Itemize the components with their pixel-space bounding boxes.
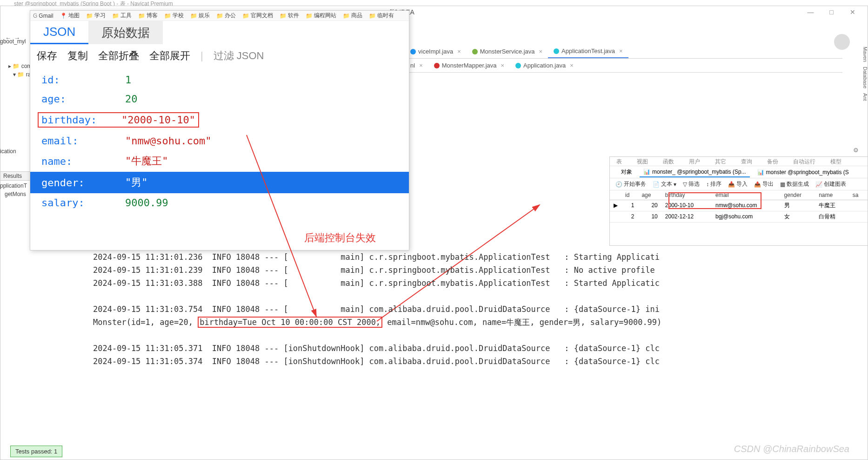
bookmark-item[interactable]: 📁 学校 [164, 12, 184, 20]
editor-tabs-row1: viceImpl.java×MonsterService.java×Applic… [405, 45, 842, 59]
bookmark-item[interactable]: 📁 商品 [343, 12, 362, 20]
navicat-menu-item[interactable]: 查询 [741, 158, 752, 165]
console-line: 2024-09-15 11:31:03.754 INFO 18048 --- [… [93, 303, 859, 316]
bookmark-item[interactable]: 📁 办公 [216, 12, 236, 20]
close-icon[interactable]: × [539, 48, 543, 55]
navicat-menu-item[interactable]: 模型 [830, 158, 841, 165]
json-body: id:1age:20birthday:"2000-10-10"email:"nm… [30, 68, 409, 215]
annotation-backend-console-ineffective: 后端控制台失效 [304, 231, 376, 245]
bookmark-item[interactable]: G Gmail [33, 13, 53, 19]
console-line: 2024-09-15 11:31:05.371 INFO 18048 --- [… [93, 342, 859, 355]
tool-ant[interactable]: Ant [853, 91, 868, 103]
window-close-button[interactable]: ✕ [842, 8, 863, 16]
settings-gear-icon[interactable]: ⚙ [853, 147, 859, 154]
test-results-label[interactable]: Results [0, 171, 30, 181]
editor-tab[interactable]: viceImpl.java× [405, 45, 467, 58]
navicat-menu-item[interactable]: 视图 [637, 158, 648, 165]
console-line: 2024-09-15 11:31:01.236 INFO 18048 --- [… [93, 250, 859, 264]
column-header[interactable]: name [815, 190, 849, 200]
bookmark-item[interactable]: 📍 地图 [60, 12, 80, 20]
editor-tab[interactable]: MonsterService.java× [467, 45, 548, 58]
close-icon[interactable]: × [619, 47, 623, 54]
collapse-all-button[interactable]: 全部折叠 [98, 49, 139, 63]
console-line [93, 290, 859, 303]
right-tool-strip: MavenDatabaseAnt [853, 45, 868, 103]
column-header[interactable]: age [638, 190, 661, 200]
sort-button[interactable]: ↕ 排序 [706, 180, 721, 188]
bookmark-bar: G Gmail📍 地图📁 学习📁 工具📁 博客📁 学校📁 娱乐📁 办公📁 官网文… [30, 11, 409, 21]
column-header[interactable]: id [621, 190, 638, 200]
filter-button[interactable]: ▽ 筛选 [683, 180, 700, 188]
tab-json[interactable]: JSON [30, 21, 88, 44]
console-line: 2024-09-15 11:31:05.374 INFO 18048 --- [… [93, 355, 859, 368]
navicat-tab-monster1[interactable]: 📊 monster_ @springboot_mybatis (Sp... [640, 167, 750, 177]
test-node-applicationtest[interactable]: pplicationT [0, 183, 30, 189]
close-icon[interactable]: × [501, 62, 505, 69]
filter-json-input[interactable]: 过滤 JSON [214, 49, 264, 63]
column-header[interactable]: gender [781, 190, 815, 200]
navicat-menu-item[interactable]: 自动运行 [793, 158, 815, 165]
bookmark-item[interactable]: 📁 软件 [280, 12, 299, 20]
export-button[interactable]: 📤 导出 [754, 180, 774, 188]
window-maximize-button[interactable]: □ [821, 8, 842, 16]
close-icon[interactable]: × [457, 48, 461, 55]
editor-tab[interactable]: MonsterMapper.java× [428, 59, 510, 72]
bookmark-item[interactable]: 📁 临时有 [369, 12, 394, 20]
editor-tabs-row2: nl×MonsterMapper.java×Application.java× [405, 59, 842, 73]
application-panel-label[interactable]: ication [0, 148, 30, 155]
bookmark-item[interactable]: 📁 编程网站 [306, 12, 336, 20]
json-row-name[interactable]: name:"牛魔王" [30, 150, 409, 172]
navicat-menu-item[interactable]: 表 [616, 158, 622, 165]
close-icon[interactable]: × [570, 62, 574, 69]
bookmark-item[interactable]: 📁 娱乐 [190, 12, 210, 20]
navicat-menu-item[interactable]: 其它 [715, 158, 726, 165]
navicat-menu-item[interactable]: 备份 [767, 158, 778, 165]
console-line: 2024-09-15 11:31:01.239 INFO 18048 --- [… [93, 264, 859, 277]
chart-button[interactable]: 📈 创建图表 [815, 180, 846, 188]
annotation-grid-highlight [668, 192, 761, 209]
datagen-button[interactable]: ▦ 数据生成 [780, 180, 809, 188]
json-viewer-window: G Gmail📍 地图📁 学习📁 工具📁 博客📁 学校📁 娱乐📁 办公📁 官网文… [30, 10, 409, 250]
editor-tab[interactable]: Application.java× [510, 59, 579, 72]
json-row-birthday[interactable]: birthday:"2000-10-10" [30, 108, 409, 131]
tool-maven[interactable]: Maven [853, 45, 868, 64]
begin-transaction-button[interactable]: 🕘 开始事务 [615, 180, 646, 188]
bookmark-item[interactable]: 📁 学习 [86, 12, 106, 20]
navicat-menu-item[interactable]: 用户 [689, 158, 700, 165]
bookmark-item[interactable]: 📁 工具 [112, 12, 132, 20]
console-line: 2024-09-15 11:31:03.388 INFO 18048 --- [… [93, 277, 859, 290]
json-view-tabs: JSON 原始数据 [30, 21, 409, 44]
watermark: CSDN @ChinaRainbowSea [734, 444, 849, 454]
console-line [93, 329, 859, 342]
editor-tab[interactable]: ApplicationTest.java× [548, 45, 628, 58]
navicat-tab-monster2[interactable]: 📊 monster @springboot_mybatis (S [754, 168, 853, 177]
json-row-age[interactable]: age:20 [30, 89, 409, 108]
json-row-email[interactable]: email:"nmw@sohu.com" [30, 131, 409, 150]
bookmark-item[interactable]: 📁 博客 [138, 12, 158, 20]
close-icon[interactable]: × [419, 62, 423, 69]
json-toolbar: 保存 复制 全部折叠 全部展开 | 过滤 JSON [30, 44, 409, 68]
copy-button[interactable]: 复制 [67, 49, 88, 63]
tests-passed-badge: Tests passed: 1 [10, 446, 62, 457]
json-row-salary[interactable]: salary:9000.99 [30, 193, 409, 212]
project-breadcrumb-fragment: gboot_myl [0, 38, 30, 45]
table-row[interactable]: 2102002-12-12bgj@sohu.com女白骨精 [610, 211, 868, 223]
toolbar-separator: | [200, 50, 203, 62]
navicat-toolbar: 🕘 开始事务 📄 文本 ▾ ▽ 筛选 ↕ 排序 📥 导入 📤 导出 ▦ 数据生成… [610, 178, 868, 190]
console-line: Monster(id=1, age=20, birthday=Tue Oct 1… [93, 316, 859, 329]
column-header[interactable]: sa [849, 190, 868, 200]
navicat-tab-objects[interactable]: 对象 [617, 167, 636, 177]
import-button[interactable]: 📥 导入 [728, 180, 748, 188]
window-minimize-button[interactable]: — [800, 8, 821, 16]
tab-raw-data[interactable]: 原始数据 [88, 21, 163, 44]
tool-database[interactable]: Database [853, 65, 868, 90]
console-output: 2024-09-15 11:31:01.236 INFO 18048 --- [… [93, 250, 859, 368]
text-button[interactable]: 📄 文本 ▾ [653, 180, 676, 188]
expand-all-button[interactable]: 全部展开 [149, 49, 190, 63]
json-row-gender[interactable]: gender:"男" [30, 172, 409, 193]
navicat-tabs: 对象 📊 monster_ @springboot_mybatis (Sp...… [610, 166, 868, 178]
save-button[interactable]: 保存 [37, 49, 57, 63]
bookmark-item[interactable]: 📁 官网文档 [242, 12, 273, 20]
navicat-menu-item[interactable]: 函数 [663, 158, 674, 165]
json-row-id[interactable]: id:1 [30, 70, 409, 89]
